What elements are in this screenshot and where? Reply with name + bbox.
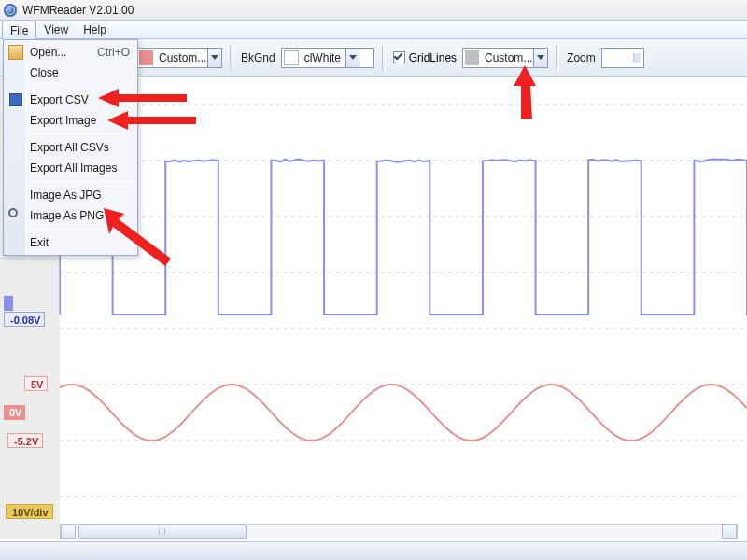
file-image-as-png[interactable]: Image As PNG [4, 205, 137, 226]
swatch-bg [284, 50, 299, 65]
bkgnd-color-combo[interactable]: clWhite [281, 48, 374, 68]
chevron-down-icon[interactable] [533, 49, 547, 67]
horizontal-scrollbar[interactable] [60, 524, 738, 539]
volt-per-div-label[interactable]: 10V/div [6, 504, 53, 519]
ch2-color-combo[interactable]: Custom... [136, 48, 222, 68]
bkgnd-label: BkGnd [241, 51, 275, 64]
file-export-csv[interactable]: Export CSV [4, 90, 137, 110]
file-open[interactable]: Open... Ctrl+O [4, 42, 137, 63]
svg-rect-0 [60, 77, 747, 523]
scroll-track[interactable] [76, 525, 722, 539]
scroll-left-button[interactable] [61, 525, 76, 539]
toolbar-separator [382, 45, 386, 71]
toolbar-separator [230, 45, 233, 71]
ch1-marker[interactable] [4, 296, 13, 311]
folder-open-icon [8, 45, 23, 60]
menu-file[interactable]: File [2, 21, 36, 39]
file-exit[interactable]: Exit [4, 232, 137, 253]
file-export-all-images[interactable]: Export All Images [4, 158, 137, 178]
toolbar-separator [556, 45, 559, 71]
swatch-ch2 [139, 50, 153, 65]
chevron-down-icon[interactable] [345, 49, 360, 67]
menu-view[interactable]: View [36, 21, 76, 38]
menu-help[interactable]: Help [76, 21, 114, 38]
file-export-all-csvs[interactable]: Export All CSVs [4, 137, 137, 158]
swatch-grid [465, 50, 479, 65]
gridlines-checkbox[interactable]: GridLines [393, 51, 457, 64]
ch2-high-label[interactable]: 5V [24, 376, 48, 391]
file-menu-dropdown: Open... Ctrl+O Close Export CSV Export I… [3, 39, 138, 256]
ch2-low-label[interactable]: -5.2V [7, 433, 43, 448]
checkbox-box [393, 51, 405, 63]
chevron-down-icon[interactable] [207, 49, 221, 67]
zoom-field[interactable] [601, 48, 644, 68]
grid-color-combo[interactable]: Custom... [462, 48, 548, 68]
gridlines-label: GridLines [409, 51, 457, 64]
title-bar: WFMReader V2.01.00 [0, 0, 747, 21]
file-export-image[interactable]: Export Image [4, 110, 137, 131]
zoom-label: Zoom [567, 51, 596, 64]
window-title: WFMReader V2.01.00 [22, 4, 134, 17]
menu-bar: File View Help [0, 21, 747, 39]
floppy-icon [8, 92, 23, 107]
app-icon [4, 4, 17, 17]
ch1-zero-label[interactable]: -0.08V [4, 312, 45, 327]
scroll-right-button[interactable] [722, 525, 737, 539]
file-close[interactable]: Close [4, 63, 137, 83]
scroll-thumb[interactable] [78, 525, 247, 539]
radio-selected-icon [8, 208, 18, 217]
status-bar [0, 541, 747, 560]
file-image-as-jpg[interactable]: Image As JPG [4, 185, 137, 205]
ch2-zero-label[interactable]: 0V [4, 405, 25, 420]
